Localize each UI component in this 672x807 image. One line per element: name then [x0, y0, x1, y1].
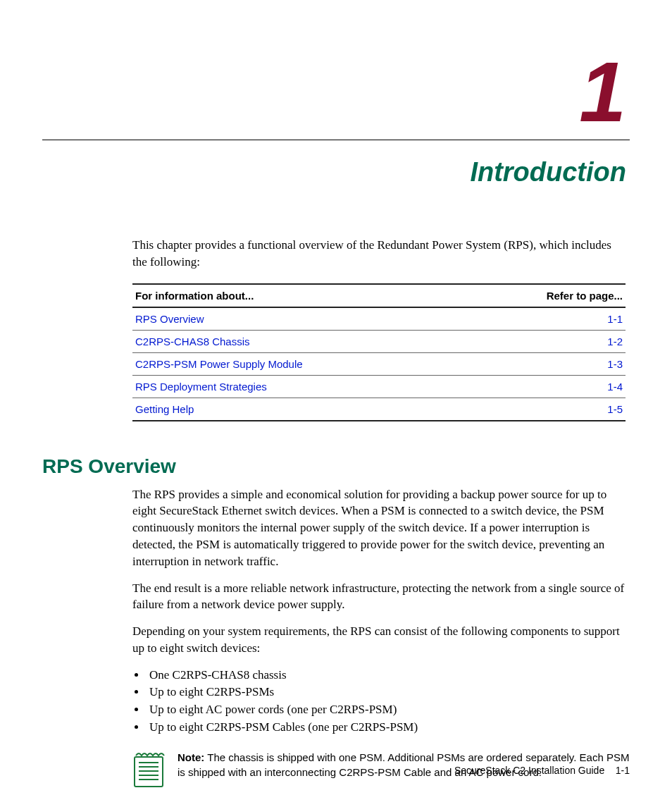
- list-item: One C2RPS‑CHAS8 chassis: [147, 667, 630, 684]
- list-item: Up to eight AC power cords (one per C2RP…: [147, 701, 630, 719]
- bullet-list: One C2RPS‑CHAS8 chassis Up to eight C2RP…: [132, 667, 630, 737]
- toc: For information about... Refer to page..…: [132, 283, 626, 421]
- list-item: Up to eight C2RPS‑PSM Cables (one per C2…: [147, 719, 630, 737]
- footer-page-number: 1-1: [616, 765, 630, 776]
- toc-page[interactable]: 1-4: [467, 375, 626, 398]
- toc-row[interactable]: C2RPS-CHAS8 Chassis 1-2: [132, 330, 626, 352]
- chapter-number: 1: [42, 49, 626, 134]
- toc-row[interactable]: RPS Overview 1-1: [132, 307, 626, 331]
- toc-page[interactable]: 1-1: [467, 307, 626, 331]
- body-paragraph: The end result is a more reliable networ…: [132, 580, 630, 614]
- divider: [42, 140, 630, 140]
- chapter-title: Introduction: [42, 157, 626, 187]
- page: 1 Introduction This chapter provides a f…: [0, 0, 672, 807]
- toc-link[interactable]: C2RPS-CHAS8 Chassis: [132, 330, 467, 352]
- toc-row[interactable]: RPS Deployment Strategies 1-4: [132, 375, 626, 398]
- toc-page[interactable]: 1-3: [467, 352, 626, 375]
- toc-link[interactable]: RPS Deployment Strategies: [132, 375, 467, 398]
- toc-link[interactable]: C2RPS-PSM Power Supply Module: [132, 352, 467, 375]
- toc-row[interactable]: Getting Help 1-5: [132, 398, 626, 421]
- toc-link[interactable]: RPS Overview: [132, 307, 467, 331]
- note-label: Note:: [178, 751, 204, 763]
- toc-page[interactable]: 1-5: [467, 398, 626, 421]
- intro-paragraph: This chapter provides a functional overv…: [132, 237, 626, 271]
- list-item: Up to eight C2RPS‑PSMs: [147, 684, 630, 701]
- toc-link[interactable]: Getting Help: [132, 398, 467, 421]
- toc-table: For information about... Refer to page..…: [132, 283, 626, 421]
- toc-header-left: For information about...: [132, 284, 467, 307]
- body-paragraph: Depending on your system requirements, t…: [132, 623, 630, 657]
- notepad-icon: [132, 750, 165, 788]
- toc-header-right: Refer to page...: [467, 284, 626, 307]
- toc-row[interactable]: C2RPS-PSM Power Supply Module 1-3: [132, 352, 626, 375]
- footer-doc-title: SecureStack C2 Installation Guide: [454, 765, 604, 776]
- section-title: RPS Overview: [42, 455, 630, 478]
- footer: SecureStack C2 Installation Guide 1-1: [454, 765, 630, 776]
- body-paragraph: The RPS provides a simple and economical…: [132, 486, 630, 570]
- toc-page[interactable]: 1-2: [467, 330, 626, 352]
